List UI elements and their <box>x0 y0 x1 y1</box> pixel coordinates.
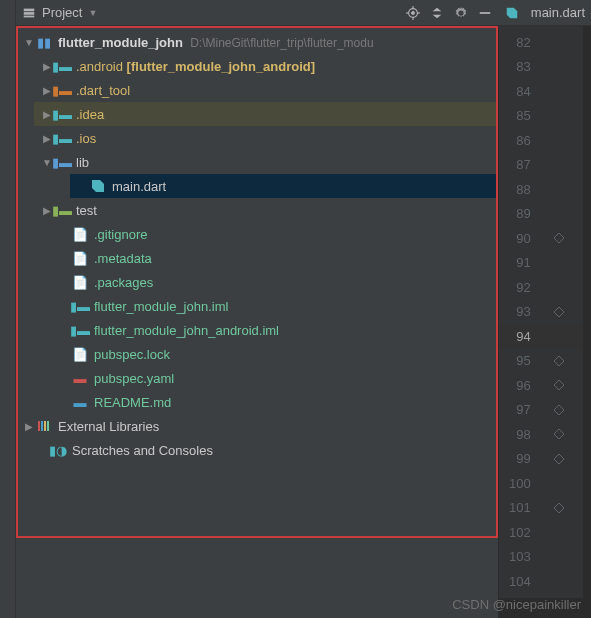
line-number: 94 <box>499 329 539 344</box>
file-icon: 📄 <box>72 346 88 362</box>
fold-marker-icon[interactable] <box>553 306 565 318</box>
scratches-icon: ▮◑ <box>50 442 66 458</box>
tree-item-dart-tool[interactable]: ▶ ▮▬ .dart_tool <box>34 78 498 102</box>
folder-icon: ▮▬ <box>54 202 70 218</box>
ide-left-sidebar[interactable] <box>0 0 16 618</box>
tree-item-gitignore[interactable]: ▶ 📄 .gitignore <box>52 222 498 246</box>
file-label: .metadata <box>94 251 152 266</box>
folder-icon: ▮▬ <box>54 130 70 146</box>
tree-item-metadata[interactable]: ▶ 📄 .metadata <box>52 246 498 270</box>
scratches-label: Scratches and Consoles <box>72 443 213 458</box>
editor-tab[interactable]: main.dart <box>504 5 585 21</box>
line-number: 82 <box>499 35 539 50</box>
tree-item-lib[interactable]: ▼ ▮▬ lib <box>34 150 498 174</box>
line-number: 96 <box>499 378 539 393</box>
svg-rect-9 <box>480 12 491 14</box>
line-number: 93 <box>499 304 539 319</box>
tree-item-idea[interactable]: ▶ ▮▬ .idea <box>34 102 498 126</box>
tree-root[interactable]: ▼ ▮▮ flutter_module_john D:\MineGit\flut… <box>16 30 498 54</box>
folder-label: test <box>76 203 97 218</box>
fold-marker-icon[interactable] <box>553 428 565 440</box>
svg-rect-11 <box>41 421 43 431</box>
tree-item-test[interactable]: ▶ ▮▬ test <box>34 198 498 222</box>
dart-file-icon <box>504 5 520 21</box>
folder-label: .android <box>76 59 123 74</box>
svg-point-4 <box>411 11 414 14</box>
gutter-line[interactable]: 90 <box>499 226 583 251</box>
file-label: flutter_module_john_android.iml <box>94 323 279 338</box>
gutter-line[interactable]: 104 <box>499 569 583 594</box>
gutter-line[interactable]: 97 <box>499 398 583 423</box>
fold-marker-icon[interactable] <box>553 232 565 244</box>
fold-marker-icon[interactable] <box>553 355 565 367</box>
expand-arrow-icon[interactable]: ▼ <box>22 37 36 48</box>
tree-item-external-libs[interactable]: ▶ External Libraries <box>16 414 498 438</box>
tree-item-packages[interactable]: ▶ 📄 .packages <box>52 270 498 294</box>
fold-marker-icon[interactable] <box>553 453 565 465</box>
tree-item-scratches[interactable]: ▶ ▮◑ Scratches and Consoles <box>16 438 498 462</box>
gutter-line[interactable]: 98 <box>499 422 583 447</box>
gutter-line[interactable]: 93 <box>499 300 583 325</box>
module-icon: ▮▬ <box>72 322 88 338</box>
gutter-line[interactable]: 95 <box>499 349 583 374</box>
line-number: 92 <box>499 280 539 295</box>
file-label: .gitignore <box>94 227 147 242</box>
tab-label: main.dart <box>531 5 585 20</box>
folder-label: .dart_tool <box>76 83 130 98</box>
svg-rect-12 <box>44 421 46 431</box>
gutter-line[interactable]: 96 <box>499 373 583 398</box>
locate-icon[interactable] <box>406 6 420 20</box>
collapse-icon[interactable] <box>430 6 444 20</box>
line-number: 85 <box>499 108 539 123</box>
sidebar-tab-label[interactable] <box>0 0 2 8</box>
fold-marker-icon[interactable] <box>553 502 565 514</box>
gutter-line[interactable]: 92 <box>499 275 583 300</box>
line-number: 86 <box>499 133 539 148</box>
gutter-line[interactable]: 83 <box>499 55 583 80</box>
tree-item-iml1[interactable]: ▶ ▮▬ flutter_module_john.iml <box>52 294 498 318</box>
tree-item-main-dart[interactable]: ▶ main.dart <box>70 174 498 198</box>
gutter-line[interactable]: 94 <box>499 324 583 349</box>
minimize-icon[interactable] <box>478 6 492 20</box>
file-label: README.md <box>94 395 171 410</box>
gutter-line[interactable]: 84 <box>499 79 583 104</box>
gear-icon[interactable] <box>454 6 468 20</box>
gutter-line[interactable]: 86 <box>499 128 583 153</box>
tree-item-pubspec-yaml[interactable]: ▶ ▬ pubspec.yaml <box>52 366 498 390</box>
gutter-line[interactable]: 87 <box>499 153 583 178</box>
folder-icon: ▮▬ <box>54 154 70 170</box>
gutter-line[interactable]: 100 <box>499 471 583 496</box>
gutter-line[interactable]: 99 <box>499 447 583 472</box>
fold-marker-icon[interactable] <box>553 404 565 416</box>
line-number: 87 <box>499 157 539 172</box>
watermark: CSDN @nicepainkiller <box>452 597 581 612</box>
chevron-down-icon[interactable]: ▼ <box>88 8 97 18</box>
project-folder-icon: ▮▮ <box>36 34 52 50</box>
expand-arrow-icon[interactable]: ▶ <box>22 421 36 432</box>
gutter-line[interactable]: 82 <box>499 30 583 55</box>
line-number: 101 <box>499 500 539 515</box>
folder-icon: ▮▬ <box>54 106 70 122</box>
gutter-line[interactable]: 88 <box>499 177 583 202</box>
gutter-line[interactable]: 85 <box>499 104 583 129</box>
tree-item-ios[interactable]: ▶ ▮▬ .ios <box>34 126 498 150</box>
folder-icon: ▮▬ <box>54 82 70 98</box>
project-panel-header: Project ▼ <box>16 0 498 26</box>
folder-label: .ios <box>76 131 96 146</box>
gutter-line[interactable]: 91 <box>499 251 583 276</box>
tree-item-pubspec-lock[interactable]: ▶ 📄 pubspec.lock <box>52 342 498 366</box>
fold-marker-icon[interactable] <box>553 379 565 391</box>
file-icon: 📄 <box>72 226 88 242</box>
gutter-line[interactable]: 101 <box>499 496 583 521</box>
tree-item-iml2[interactable]: ▶ ▮▬ flutter_module_john_android.iml <box>52 318 498 342</box>
line-number: 99 <box>499 451 539 466</box>
gutter-line[interactable]: 103 <box>499 545 583 570</box>
tree-item-android[interactable]: ▶ ▮▬ .android [flutter_module_john_andro… <box>34 54 498 78</box>
gutter-line[interactable]: 102 <box>499 520 583 545</box>
line-number: 89 <box>499 206 539 221</box>
tree-item-readme[interactable]: ▶ ▬ README.md <box>52 390 498 414</box>
gutter-line[interactable]: 89 <box>499 202 583 227</box>
root-path: D:\MineGit\flutter_trip\flutter_modu <box>190 36 373 50</box>
editor-tab-bar: main.dart <box>498 0 591 26</box>
folder-label: .idea <box>76 107 104 122</box>
